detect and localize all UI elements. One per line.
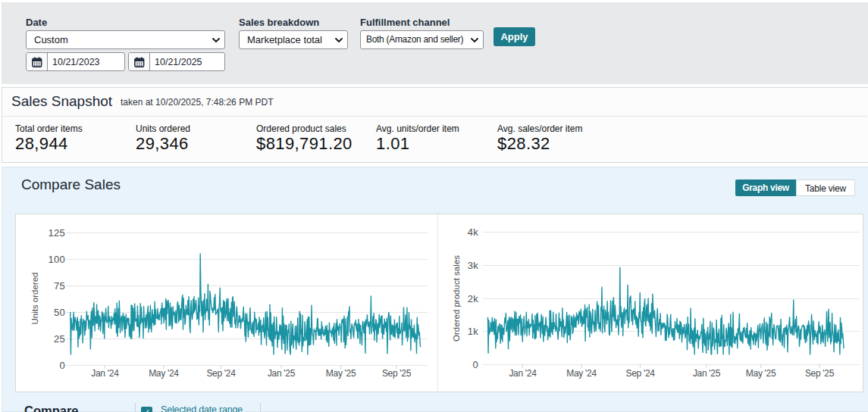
- svg-text:1k: 1k: [468, 326, 479, 337]
- svg-text:100: 100: [48, 254, 65, 265]
- svg-text:25: 25: [54, 333, 65, 345]
- svg-text:Sep '25: Sep '25: [382, 368, 412, 379]
- svg-text:Ordered product sales: Ordered product sales: [452, 255, 461, 342]
- svg-text:Jan '24: Jan '24: [509, 368, 537, 379]
- svg-text:May '24: May '24: [566, 368, 597, 379]
- svg-text:May '25: May '25: [746, 368, 776, 379]
- svg-text:3k: 3k: [468, 260, 479, 271]
- svg-text:Sep '24: Sep '24: [206, 368, 236, 379]
- svg-text:50: 50: [54, 307, 65, 318]
- svg-text:Sep '25: Sep '25: [805, 368, 835, 379]
- svg-text:Units ordered: Units ordered: [30, 272, 39, 324]
- svg-text:4k: 4k: [468, 226, 479, 238]
- svg-text:0: 0: [472, 359, 478, 370]
- svg-text:May '24: May '24: [149, 368, 179, 379]
- svg-text:125: 125: [48, 227, 65, 239]
- svg-text:Sep '24: Sep '24: [625, 368, 655, 379]
- svg-text:2k: 2k: [468, 293, 479, 304]
- svg-text:Jan '25: Jan '25: [268, 368, 296, 379]
- svg-text:75: 75: [54, 280, 65, 292]
- svg-text:Jan '25: Jan '25: [693, 368, 721, 379]
- svg-text:0: 0: [59, 360, 65, 371]
- svg-text:May '25: May '25: [326, 368, 356, 379]
- svg-text:Jan '24: Jan '24: [91, 368, 119, 379]
